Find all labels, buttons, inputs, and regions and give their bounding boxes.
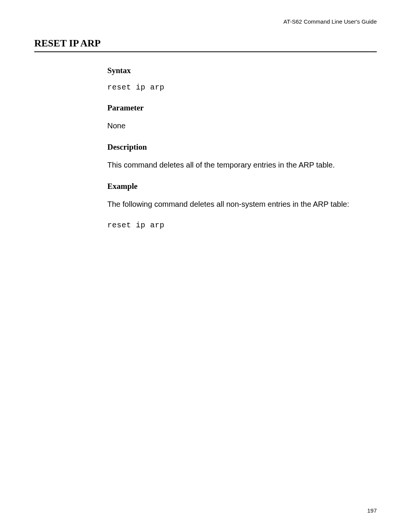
page-container: AT-S62 Command Line User's Guide RESET I… xyxy=(0,0,411,230)
parameter-text: None xyxy=(107,120,362,131)
example-text: The following command deletes all non-sy… xyxy=(107,199,362,209)
example-code: reset ip arp xyxy=(107,221,362,230)
page-number: 197 xyxy=(367,507,377,514)
content-area: Syntax reset ip arp Parameter None Descr… xyxy=(107,66,377,230)
example-heading: Example xyxy=(107,182,362,191)
syntax-code: reset ip arp xyxy=(107,83,362,92)
description-text: This command deletes all of the temporar… xyxy=(107,160,362,170)
syntax-heading: Syntax xyxy=(107,66,362,75)
header-guide-title: AT-S62 Command Line User's Guide xyxy=(34,18,377,25)
main-command-title: RESET IP ARP xyxy=(34,38,377,52)
parameter-heading: Parameter xyxy=(107,103,362,113)
description-heading: Description xyxy=(107,142,362,152)
